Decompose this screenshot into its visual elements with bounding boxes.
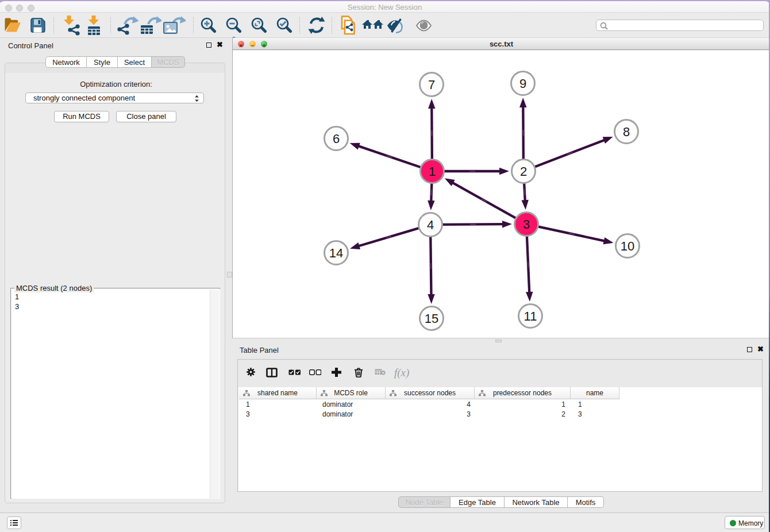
svg-text:2: 2 xyxy=(520,164,527,179)
svg-text:7: 7 xyxy=(428,78,435,92)
svg-text:3: 3 xyxy=(523,217,530,232)
svg-text:4: 4 xyxy=(427,218,434,232)
svg-text:1: 1 xyxy=(429,164,436,179)
svg-text:11: 11 xyxy=(524,309,537,323)
svg-text:10: 10 xyxy=(621,239,634,253)
svg-text:8: 8 xyxy=(623,125,630,139)
svg-text:15: 15 xyxy=(425,311,438,326)
svg-text:9: 9 xyxy=(519,76,526,91)
svg-text:6: 6 xyxy=(333,132,340,146)
svg-text:14: 14 xyxy=(329,246,343,260)
